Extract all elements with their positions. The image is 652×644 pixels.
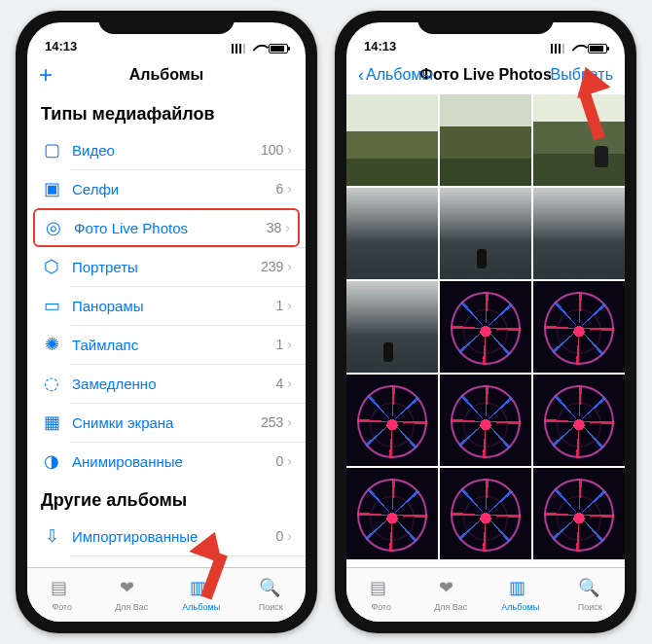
foryou-tab-icon: ❤ [120, 579, 143, 600]
album-count: 0 [276, 453, 284, 469]
tab-label: Для Вас [434, 602, 467, 612]
album-label: Видео [72, 142, 261, 159]
album-row-import[interactable]: ⇩Импортированные0› [27, 517, 306, 555]
foryou-tab-icon: ❤ [439, 579, 462, 600]
status-time: 14:13 [364, 39, 396, 54]
photo-thumb[interactable] [346, 468, 438, 559]
photo-thumb[interactable] [440, 188, 531, 279]
photo-grid-container[interactable] [346, 94, 625, 567]
photo-thumb[interactable] [533, 94, 625, 186]
chevron-right-icon: › [287, 259, 292, 274]
photos-tab-icon: ▤ [370, 579, 393, 600]
phone-left: 14:13 + Альбомы Типы медиафайлов▢Видео10… [16, 11, 317, 633]
tab-поиск[interactable]: 🔍Поиск [236, 568, 307, 622]
navbar-title: Альбомы [129, 66, 204, 84]
album-label: Замедленно [72, 376, 276, 392]
photo-thumb[interactable] [346, 281, 438, 373]
chevron-right-icon: › [287, 453, 292, 469]
import-icon: ⇩ [41, 525, 62, 547]
album-label: Импортированные [72, 528, 276, 545]
album-row-animated[interactable]: ◑Анимированные0› [27, 442, 306, 481]
portrait-icon: ⬡ [41, 256, 62, 277]
album-row-timelapse[interactable]: ✺Таймлапс1› [27, 325, 306, 364]
album-count: 253 [261, 414, 283, 430]
album-row-portrait[interactable]: ⬡Портреты239› [27, 247, 306, 286]
tab-фото[interactable]: ▤Фото [346, 568, 417, 622]
photo-thumb[interactable] [346, 94, 438, 186]
album-count: 1 [276, 337, 284, 352]
chevron-right-icon: › [287, 142, 292, 158]
hidden-icon: 👁 [41, 564, 62, 567]
battery-icon [588, 44, 607, 54]
album-count: 1 [276, 298, 284, 313]
notch [98, 11, 235, 34]
chevron-right-icon: › [287, 298, 292, 313]
status-icons [551, 44, 607, 54]
album-label: Скрытые [72, 567, 276, 568]
wifi-icon [251, 44, 265, 54]
photo-thumb[interactable] [346, 375, 438, 466]
chevron-right-icon: › [287, 376, 292, 391]
screen-left: 14:13 + Альбомы Типы медиафайлов▢Видео10… [27, 22, 306, 622]
photos-tab-icon: ▤ [51, 579, 74, 600]
album-row-pano[interactable]: ▭Панорамы1› [27, 286, 306, 325]
photo-thumb[interactable] [440, 468, 531, 559]
video-icon: ▢ [41, 139, 62, 161]
photo-thumb[interactable] [440, 375, 531, 466]
photo-thumb[interactable] [440, 281, 531, 373]
album-count: 38 [267, 220, 282, 235]
album-label: Фото Live Photos [74, 220, 267, 236]
notch [417, 11, 554, 34]
tab-для-вас[interactable]: ❤Для Вас [417, 568, 487, 622]
photo-thumb[interactable] [533, 281, 625, 373]
album-row-hidden[interactable]: 👁Скрытые0› [27, 555, 306, 567]
add-album-button[interactable]: + [39, 63, 53, 87]
plus-icon: + [39, 63, 53, 87]
album-count: 100 [261, 142, 283, 158]
back-label: Альбомы [366, 66, 433, 84]
battery-icon [269, 44, 288, 54]
album-count: 239 [261, 259, 283, 274]
album-row-live[interactable]: ◎Фото Live Photos38› [33, 208, 300, 247]
photo-thumb[interactable] [440, 94, 531, 186]
tab-label: Альбомы [182, 602, 220, 612]
screenshot-icon: ▦ [41, 411, 62, 433]
photo-grid [346, 94, 625, 559]
section-header: Типы медиафайлов [27, 94, 306, 130]
pano-icon: ▭ [41, 295, 62, 316]
back-button[interactable]: ‹ Альбомы [358, 66, 433, 84]
tab-фото[interactable]: ▤Фото [27, 568, 97, 622]
chevron-right-icon: › [287, 337, 292, 352]
chevron-right-icon: › [285, 220, 290, 235]
photo-thumb[interactable] [533, 468, 625, 559]
album-label: Селфи [72, 181, 276, 197]
album-row-screenshot[interactable]: ▦Снимки экрана253› [27, 403, 306, 442]
album-row-slomo[interactable]: ◌Замедленно4› [27, 364, 306, 403]
navbar-title: Фото Live Photos [419, 66, 552, 84]
album-row-video[interactable]: ▢Видео100› [27, 130, 306, 169]
status-icons [232, 44, 288, 54]
photo-thumb[interactable] [346, 188, 438, 279]
live-icon: ◎ [43, 217, 64, 238]
chevron-left-icon: ‹ [358, 66, 364, 84]
albums-tab-icon: ▥ [509, 579, 532, 600]
tab-label: Поиск [259, 602, 283, 612]
tab-альбомы[interactable]: ▥Альбомы [486, 568, 556, 622]
search-tab-icon: 🔍 [578, 579, 601, 600]
tab-label: Альбомы [501, 602, 539, 612]
cell-signal-icon [232, 44, 247, 54]
tab-bar: ▤Фото❤Для Вас▥Альбомы🔍Поиск [27, 567, 306, 622]
albums-list[interactable]: Типы медиафайлов▢Видео100›▣Селфи6›◎Фото … [27, 94, 306, 567]
album-row-selfie[interactable]: ▣Селфи6› [27, 169, 306, 208]
selfie-icon: ▣ [41, 178, 62, 199]
wifi-icon [570, 44, 584, 54]
photo-thumb[interactable] [533, 375, 625, 466]
tab-для-вас[interactable]: ❤Для Вас [97, 568, 167, 622]
cell-signal-icon [551, 44, 566, 54]
chevron-right-icon: › [287, 528, 292, 544]
album-count: 0 [276, 528, 284, 544]
slomo-icon: ◌ [41, 373, 62, 394]
tab-bar: ▤Фото❤Для Вас▥Альбомы🔍Поиск [346, 567, 625, 622]
tab-поиск[interactable]: 🔍Поиск [556, 568, 626, 622]
photo-thumb[interactable] [533, 188, 625, 279]
